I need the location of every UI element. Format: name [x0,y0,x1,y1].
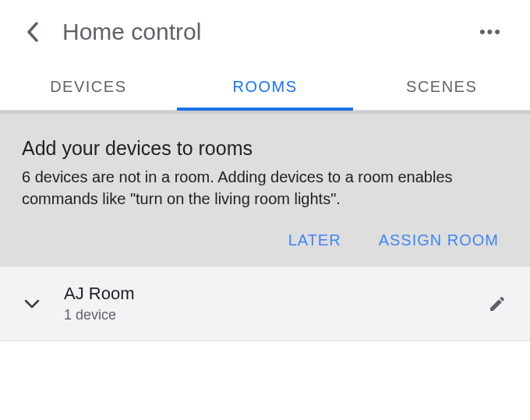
edit-icon[interactable] [486,293,508,315]
chevron-down-icon[interactable] [22,294,42,314]
assign-rooms-banner: Add your devices to rooms 6 devices are … [0,111,530,266]
tab-devices[interactable]: DEVICES [0,62,177,110]
assign-room-button[interactable]: ASSIGN ROOM [379,231,499,249]
tab-rooms[interactable]: ROOMS [177,62,354,110]
back-icon[interactable] [22,21,44,43]
overflow-menu-icon[interactable]: ••• [479,22,508,42]
room-list: AJ Room 1 device [0,266,530,341]
tab-scenes[interactable]: SCENES [353,62,530,110]
room-name: AJ Room [64,284,486,304]
banner-body: 6 devices are not in a room. Adding devi… [22,166,508,210]
room-subtitle: 1 device [64,307,486,323]
room-row[interactable]: AJ Room 1 device [0,266,530,341]
tab-bar: DEVICES ROOMS SCENES [0,62,530,111]
room-text: AJ Room 1 device [64,284,486,323]
page-title: Home control [62,19,479,45]
banner-title: Add your devices to rooms [22,137,508,160]
app-header: Home control ••• [0,0,530,62]
banner-actions: LATER ASSIGN ROOM [22,231,508,249]
later-button[interactable]: LATER [288,231,341,249]
